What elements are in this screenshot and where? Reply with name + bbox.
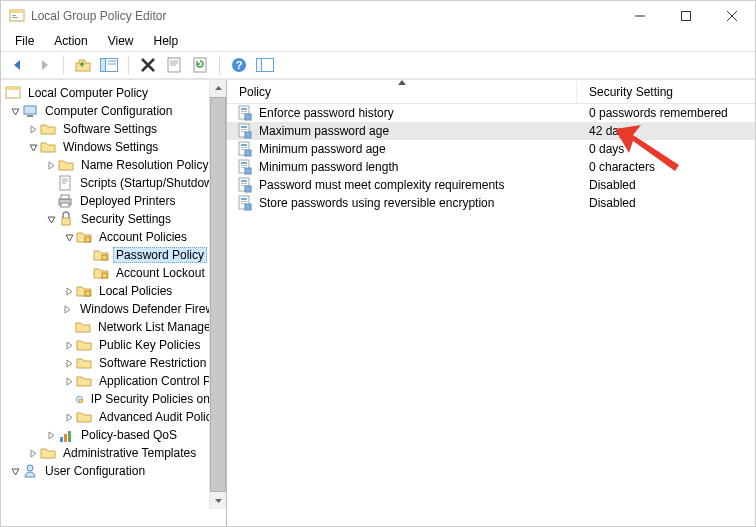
tree-user-config[interactable]: User Configuration	[1, 462, 226, 480]
list-row[interactable]: Enforce password history0 passwords reme…	[227, 104, 755, 122]
tree-account-lockout[interactable]: Account Lockout Policy	[1, 264, 226, 282]
menu-file[interactable]: File	[5, 32, 44, 50]
svg-rect-64	[241, 167, 245, 168]
chevron-right-icon[interactable]	[45, 159, 57, 171]
folder-lock-icon	[76, 229, 92, 245]
export-list-button[interactable]	[254, 54, 276, 76]
tree-label: Advanced Audit Policy Configuration	[96, 409, 226, 425]
chevron-right-icon[interactable]	[63, 339, 75, 351]
svg-rect-62	[241, 162, 247, 164]
tree-name-resolution[interactable]: Name Resolution Policy	[1, 156, 226, 174]
chevron-right-icon[interactable]	[63, 285, 75, 297]
cell-setting: 0 characters	[577, 160, 755, 174]
svg-rect-37	[102, 255, 107, 260]
svg-rect-47	[241, 108, 247, 110]
svg-point-45	[27, 465, 33, 471]
cell-policy: Password must meet complexity requiremen…	[227, 177, 577, 193]
forward-button[interactable]	[33, 54, 55, 76]
properties-button[interactable]	[163, 54, 185, 76]
list-row[interactable]: Maximum password age42 days	[227, 122, 755, 140]
tree-deployed-printers[interactable]: Deployed Printers	[1, 192, 226, 210]
tree-vertical-scrollbar[interactable]	[209, 80, 226, 509]
tree-label: Password Policy	[113, 247, 207, 263]
chevron-right-icon[interactable]	[45, 429, 57, 441]
tree-policy-qos[interactable]: Policy-based QoS	[1, 426, 226, 444]
close-button[interactable]	[709, 1, 755, 31]
chevron-down-icon[interactable]	[9, 465, 21, 477]
tree-password-policy[interactable]: Password Policy	[1, 246, 226, 264]
tree-scroll[interactable]: Local Computer Policy Computer Configura…	[1, 80, 226, 526]
tree-label: Scripts (Startup/Shutdown)	[77, 175, 226, 191]
app-icon	[9, 8, 25, 24]
policy-name: Minimum password age	[259, 142, 386, 156]
tree-windows-settings[interactable]: Windows Settings	[1, 138, 226, 156]
chevron-right-icon[interactable]	[63, 357, 75, 369]
list-row[interactable]: Password must meet complexity requiremen…	[227, 176, 755, 194]
cell-policy: Maximum password age	[227, 123, 577, 139]
policy-item-icon	[237, 141, 253, 157]
chevron-right-icon[interactable]	[63, 411, 75, 423]
tree-label: Software Settings	[60, 121, 160, 137]
folder-icon	[75, 319, 91, 335]
policy-item-icon	[237, 105, 253, 121]
window-controls	[617, 1, 755, 31]
tree-label: Local Policies	[96, 283, 175, 299]
chevron-right-icon[interactable]	[27, 123, 39, 135]
svg-rect-44	[68, 431, 71, 442]
svg-rect-59	[241, 149, 245, 150]
tree-account-policies[interactable]: Account Policies	[1, 228, 226, 246]
tree-advanced-audit[interactable]: Advanced Audit Policy Configuration	[1, 408, 226, 426]
tree-security-settings[interactable]: Security Settings	[1, 210, 226, 228]
list-body: Enforce password history0 passwords reme…	[227, 104, 755, 212]
window-title: Local Group Policy Editor	[31, 9, 617, 23]
list-row[interactable]: Store passwords using reversible encrypt…	[227, 194, 755, 212]
tree-software-restriction[interactable]: Software Restriction Policies	[1, 354, 226, 372]
maximize-button[interactable]	[663, 1, 709, 31]
tree-network-list[interactable]: Network List Manager Policies	[1, 318, 226, 336]
show-hide-tree-button[interactable]	[98, 54, 120, 76]
tree-computer-config[interactable]: Computer Configuration	[1, 102, 226, 120]
chevron-right-icon[interactable]	[63, 375, 75, 387]
tree-windows-defender[interactable]: Windows Defender Firewall with Advanced …	[1, 300, 226, 318]
refresh-button[interactable]	[189, 54, 211, 76]
column-header-policy[interactable]: Policy	[227, 81, 577, 103]
delete-button[interactable]	[137, 54, 159, 76]
column-header-setting[interactable]: Security Setting	[577, 81, 755, 103]
back-button[interactable]	[7, 54, 29, 76]
chevron-down-icon[interactable]	[63, 231, 75, 243]
tree-scripts[interactable]: Scripts (Startup/Shutdown)	[1, 174, 226, 192]
tree-local-policies[interactable]: Local Policies	[1, 282, 226, 300]
help-button[interactable]: ?	[228, 54, 250, 76]
menu-action[interactable]: Action	[44, 32, 97, 50]
chevron-down-icon[interactable]	[27, 141, 39, 153]
folder-icon	[76, 337, 92, 353]
menu-help[interactable]: Help	[144, 32, 189, 50]
chevron-right-icon[interactable]	[27, 447, 39, 459]
tree-label: Name Resolution Policy	[78, 157, 211, 173]
minimize-button[interactable]	[617, 1, 663, 31]
list-row[interactable]: Minimum password length0 characters	[227, 158, 755, 176]
cell-setting: Disabled	[577, 178, 755, 192]
security-icon	[58, 211, 74, 227]
tree-application-control[interactable]: Application Control Policies	[1, 372, 226, 390]
folder-icon	[76, 373, 92, 389]
folder-icon	[40, 139, 56, 155]
up-level-button[interactable]	[72, 54, 94, 76]
user-icon	[22, 463, 38, 479]
menu-view[interactable]: View	[98, 32, 144, 50]
menu-bar: File Action View Help	[1, 31, 755, 51]
chevron-down-icon[interactable]	[45, 213, 57, 225]
svg-rect-5	[682, 12, 691, 21]
chevron-down-icon[interactable]	[9, 105, 21, 117]
policy-name: Store passwords using reversible encrypt…	[259, 196, 494, 210]
list-row[interactable]: Minimum password age0 days	[227, 140, 755, 158]
tree-label: Computer Configuration	[42, 103, 175, 119]
tree-label: Software Restriction Policies	[96, 355, 226, 371]
svg-rect-58	[241, 147, 247, 148]
tree-ip-security[interactable]: IP Security Policies on Local Computer	[1, 390, 226, 408]
chevron-right-icon[interactable]	[63, 303, 72, 315]
tree-software-settings[interactable]: Software Settings	[1, 120, 226, 138]
tree-admin-templates[interactable]: Administrative Templates	[1, 444, 226, 462]
tree-public-key[interactable]: Public Key Policies	[1, 336, 226, 354]
tree-root[interactable]: Local Computer Policy	[1, 84, 226, 102]
